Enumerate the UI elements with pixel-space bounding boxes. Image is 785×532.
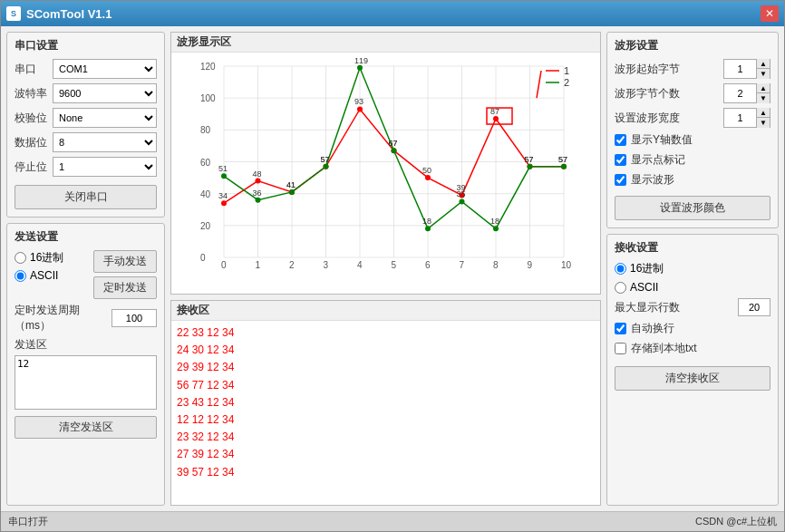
line-width-up[interactable]: ▲ xyxy=(757,108,770,118)
recv-section: 接收区 22 33 12 3424 30 12 3429 39 12 3456 … xyxy=(170,300,601,506)
show-y-label: 显示Y轴数值 xyxy=(631,132,693,148)
start-byte-input[interactable] xyxy=(724,60,757,78)
status-right: CSDN @c#上位机 xyxy=(695,515,777,528)
stop-label: 停止位 xyxy=(15,160,53,175)
start-byte-label: 波形起始字节 xyxy=(615,62,723,77)
recv-settings-title: 接收设置 xyxy=(615,240,770,256)
main-window: S SComTool V1.1 ✕ 串口设置 串口 COM1COM2COM3 波… xyxy=(0,0,785,532)
start-byte-up[interactable]: ▲ xyxy=(757,59,770,69)
start-byte-spinner: ▲ ▼ xyxy=(723,59,770,79)
recv-ascii-label: ASCII xyxy=(630,281,658,294)
max-lines-label: 最大显示行数 xyxy=(615,300,738,315)
show-dot-label: 显示点标记 xyxy=(631,152,685,168)
recv-ascii-row: ASCII xyxy=(615,281,770,294)
data-select[interactable]: 87 xyxy=(53,132,157,152)
data-row: 数据位 87 xyxy=(15,132,157,152)
middle-panel: 波形显示区 接收区 22 33 12 3424 30 12 3429 39 12… xyxy=(170,32,601,506)
recv-title: 接收区 xyxy=(171,301,600,321)
check-label: 校验位 xyxy=(15,111,53,126)
title-bar: S SComTool V1.1 ✕ xyxy=(1,1,784,26)
close-button[interactable]: ✕ xyxy=(761,5,779,22)
show-dot-row: 显示点标记 xyxy=(615,152,770,168)
baud-row: 波特率 960019200115200 xyxy=(15,83,157,103)
status-bar: 串口打开 CSDN @c#上位机 xyxy=(1,511,784,531)
clear-recv-button[interactable]: 清空接收区 xyxy=(615,366,770,391)
save-local-row: 存储到本地txt xyxy=(615,341,770,356)
timed-send-button[interactable]: 定时发送 xyxy=(93,276,157,299)
recv-line: 22 33 12 34 xyxy=(177,324,595,342)
byte-count-down[interactable]: ▼ xyxy=(757,93,770,103)
app-icon: S xyxy=(6,6,21,21)
show-wave-checkbox[interactable] xyxy=(615,174,626,186)
send-ascii-radio[interactable] xyxy=(15,270,26,282)
set-color-button[interactable]: 设置波形颜色 xyxy=(615,196,770,220)
line-width-spinner: ▲ ▼ xyxy=(723,108,770,128)
check-row: 校验位 NoneOddEven xyxy=(15,108,157,128)
recv-hex-label: 16进制 xyxy=(630,261,664,276)
send-ascii-label: ASCII xyxy=(30,269,58,282)
send-area-label: 发送区 xyxy=(15,337,157,353)
auto-wrap-row: 自动换行 xyxy=(615,321,770,336)
start-byte-row: 波形起始字节 ▲ ▼ xyxy=(615,59,770,79)
close-port-button[interactable]: 关闭串口 xyxy=(15,185,157,209)
start-byte-down[interactable]: ▼ xyxy=(757,69,770,79)
recv-line: 23 32 12 34 xyxy=(177,429,595,446)
send-hex-radio[interactable] xyxy=(15,252,26,264)
manual-send-button[interactable]: 手动发送 xyxy=(93,250,157,273)
send-buttons: 手动发送 定时发送 xyxy=(93,250,157,299)
auto-wrap-label: 自动换行 xyxy=(631,321,674,336)
check-select[interactable]: NoneOddEven xyxy=(53,108,157,128)
right-panel: 波形设置 波形起始字节 ▲ ▼ 波形字节个数 xyxy=(606,32,779,506)
line-width-down[interactable]: ▼ xyxy=(757,118,770,128)
recv-hex-radio[interactable] xyxy=(615,263,626,275)
recv-ascii-radio[interactable] xyxy=(615,282,626,294)
window-title: SComTool V1.1 xyxy=(26,7,755,21)
show-y-row: 显示Y轴数值 xyxy=(615,132,770,148)
save-local-checkbox[interactable] xyxy=(615,343,626,354)
port-select[interactable]: COM1COM2COM3 xyxy=(53,59,157,79)
recv-line: 12 12 12 34 xyxy=(177,411,595,429)
byte-count-spinner: ▲ ▼ xyxy=(723,83,770,103)
recv-content[interactable]: 22 33 12 3424 30 12 3429 39 12 3456 77 1… xyxy=(171,321,600,505)
max-lines-input[interactable] xyxy=(738,298,770,316)
save-local-label: 存储到本地txt xyxy=(631,341,697,356)
stop-select[interactable]: 12 xyxy=(53,157,157,177)
line-width-row: 设置波形宽度 ▲ ▼ xyxy=(615,108,770,128)
left-panel: 串口设置 串口 COM1COM2COM3 波特率 960019200115200… xyxy=(6,32,165,506)
status-left: 串口打开 xyxy=(8,515,48,528)
send-settings-section: 发送设置 16进制 ASCII 手动发送 定时发 xyxy=(6,223,165,506)
wave-canvas xyxy=(199,57,591,276)
period-input[interactable] xyxy=(111,309,157,327)
main-content: 串口设置 串口 COM1COM2COM3 波特率 960019200115200… xyxy=(1,26,784,511)
show-y-checkbox[interactable] xyxy=(615,134,626,146)
port-row: 串口 COM1COM2COM3 xyxy=(15,59,157,79)
stop-row: 停止位 12 xyxy=(15,157,157,177)
port-label: 串口 xyxy=(15,62,53,77)
recv-line: 24 30 12 34 xyxy=(177,342,595,359)
send-textarea[interactable]: 12 xyxy=(15,355,157,410)
wave-settings-section: 波形设置 波形起始字节 ▲ ▼ 波形字节个数 xyxy=(606,32,779,228)
clear-send-button[interactable]: 清空发送区 xyxy=(15,416,157,439)
wave-settings-title: 波形设置 xyxy=(615,38,770,53)
hex-radio-row: 16进制 xyxy=(15,250,88,266)
recv-line: 39 57 12 34 xyxy=(177,464,595,481)
baud-select[interactable]: 960019200115200 xyxy=(53,83,157,103)
recv-line: 27 39 12 34 xyxy=(177,446,595,463)
recv-line: 56 77 12 34 xyxy=(177,377,595,394)
byte-count-up[interactable]: ▲ xyxy=(757,83,770,93)
period-label: 定时发送周期（ms） xyxy=(15,303,108,334)
show-wave-label: 显示波形 xyxy=(631,172,674,188)
byte-count-row: 波形字节个数 ▲ ▼ xyxy=(615,83,770,103)
serial-settings-section: 串口设置 串口 COM1COM2COM3 波特率 960019200115200… xyxy=(6,32,165,218)
send-settings-title: 发送设置 xyxy=(15,229,157,245)
byte-count-input[interactable] xyxy=(724,84,757,102)
auto-wrap-checkbox[interactable] xyxy=(615,323,626,334)
show-dot-checkbox[interactable] xyxy=(615,154,626,166)
byte-count-label: 波形字节个数 xyxy=(615,86,723,102)
send-mode-row: 16进制 ASCII 手动发送 定时发送 xyxy=(15,250,157,299)
max-lines-row: 最大显示行数 xyxy=(615,298,770,316)
recv-settings-section: 接收设置 16进制 ASCII 最大显示行数 自动换行 xyxy=(606,234,779,506)
ascii-radio-row: ASCII xyxy=(15,269,88,282)
period-row: 定时发送周期（ms） xyxy=(15,303,157,334)
line-width-input[interactable] xyxy=(724,109,757,127)
